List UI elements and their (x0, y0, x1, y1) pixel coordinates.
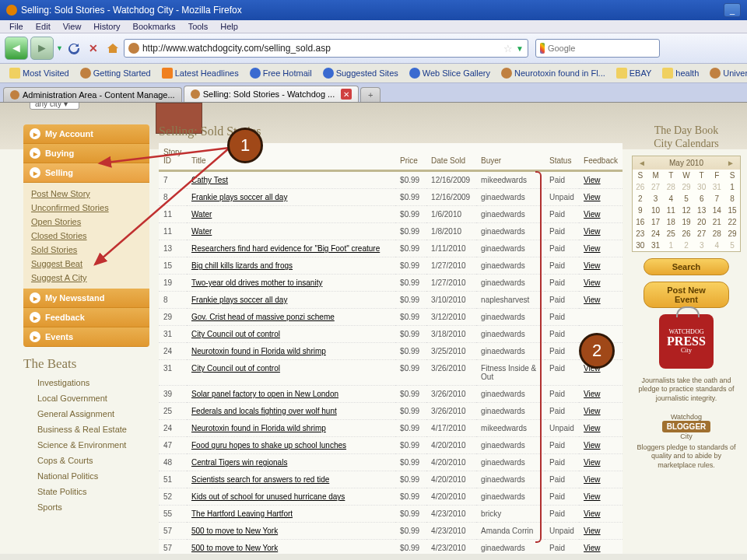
forward-button[interactable]: ► (30, 37, 54, 60)
cal-day[interactable]: 8 (724, 193, 740, 205)
story-link[interactable]: 500 to move to New York (191, 527, 278, 535)
url-dropdown-icon[interactable]: ▼ (516, 44, 524, 53)
cal-day[interactable]: 5 (679, 193, 694, 205)
cal-day[interactable]: 1 (663, 240, 679, 251)
col-price[interactable]: Price (395, 143, 426, 171)
cal-day[interactable]: 14 (710, 205, 725, 216)
beat-link[interactable]: State Politics (23, 484, 149, 499)
view-link[interactable]: View (584, 509, 601, 518)
story-link[interactable]: Scientists search for answers to red tid… (191, 475, 329, 484)
beat-link[interactable]: Sports (23, 499, 149, 515)
cal-day[interactable]: 9 (633, 205, 648, 216)
story-link[interactable]: Neurotoxin found in Florida wild shrimp (191, 424, 326, 432)
story-link[interactable]: Two-year old drives mother to insanity (191, 278, 322, 287)
menu-bookmarks[interactable]: Bookmarks (127, 20, 182, 33)
sidebar-link[interactable]: Suggest A City (31, 271, 142, 285)
sidebar-link[interactable]: Open Stories (31, 215, 142, 229)
story-link[interactable]: Food guru hopes to shake up school lunch… (191, 441, 346, 450)
beat-link[interactable]: Science & Environment (23, 437, 149, 453)
menu-file[interactable]: File (3, 20, 30, 33)
cal-day[interactable]: 18 (663, 216, 679, 228)
cal-day[interactable]: 22 (724, 216, 740, 228)
bookmark-item[interactable]: Free Hotmail (245, 66, 317, 80)
cal-day[interactable]: 7 (710, 193, 725, 205)
story-link[interactable]: Central Tigers win regionals (191, 458, 287, 467)
beat-link[interactable]: General Assignment (23, 406, 149, 422)
sidebar-head-my-account[interactable]: ▸My Account (23, 124, 149, 144)
cal-day[interactable]: 28 (663, 181, 679, 193)
story-link[interactable]: Frankie plays soccer all day (191, 296, 287, 304)
sidebar-link[interactable]: Post New Story (31, 187, 142, 201)
cal-day[interactable]: 12 (679, 205, 694, 216)
story-link[interactable]: The Hartford Leaving Hartfort (191, 509, 293, 518)
sidebar-link[interactable]: Unconfirmed Stories (31, 201, 142, 215)
col-title[interactable]: Title (187, 143, 395, 171)
bookmark-item[interactable]: Latest Headlines (157, 66, 244, 80)
cal-day[interactable]: 15 (724, 205, 740, 216)
cal-day[interactable]: 5 (724, 240, 740, 251)
menu-help[interactable]: Help (214, 20, 244, 33)
sidebar-link[interactable]: Closed Stories (31, 229, 142, 243)
story-link[interactable]: Gov. Crist head of massive ponzi scheme (191, 313, 335, 321)
menu-view[interactable]: View (57, 20, 88, 33)
cal-day[interactable]: 4 (710, 240, 725, 251)
view-link[interactable]: View (584, 475, 601, 484)
story-link[interactable]: Water (191, 210, 212, 219)
cal-day[interactable]: 2 (679, 240, 694, 251)
cal-day[interactable]: 10 (648, 205, 664, 216)
view-link[interactable]: View (584, 441, 601, 450)
view-link[interactable]: View (584, 390, 601, 398)
view-link[interactable]: View (584, 261, 601, 270)
view-link[interactable]: View (584, 296, 601, 304)
cal-day[interactable]: 29 (679, 181, 694, 193)
post-event-button[interactable]: Post New Event (644, 282, 729, 308)
cal-day[interactable]: 26 (679, 228, 694, 240)
cal-next-icon[interactable]: ► (724, 159, 738, 167)
cal-day[interactable]: 4 (663, 193, 679, 205)
cal-day[interactable]: 6 (694, 193, 710, 205)
cal-day[interactable]: 16 (633, 216, 648, 228)
story-link[interactable]: 500 to move to New York (191, 544, 278, 552)
bookmark-item[interactable]: EBAY (612, 66, 657, 80)
cal-day[interactable]: 2 (633, 193, 648, 205)
blogger-badge[interactable]: Watchdog BLOGGER City (632, 413, 741, 440)
cal-day[interactable]: 17 (648, 216, 664, 228)
sidebar-head-newsstand[interactable]: ▸My Newsstand (23, 289, 149, 308)
bookmark-item[interactable]: Neurotoxin found in Fl... (496, 66, 610, 80)
col-status[interactable]: Status (545, 143, 579, 171)
url-bar[interactable]: ☆ ▼ (124, 39, 528, 58)
view-link[interactable]: View (584, 407, 601, 415)
story-link[interactable]: City Council out of control (191, 330, 280, 338)
cal-day[interactable]: 25 (663, 228, 679, 240)
col-date[interactable]: Date Sold (426, 143, 476, 171)
bookmark-item[interactable]: Most Visited (5, 66, 74, 80)
minimize-button[interactable]: _ (724, 3, 741, 17)
view-link[interactable]: View (584, 227, 601, 236)
close-tab-icon[interactable]: ✕ (341, 89, 352, 100)
sidebar-link[interactable]: Suggest Beat (31, 257, 142, 271)
reload-button[interactable] (65, 40, 82, 57)
cal-day[interactable]: 21 (710, 216, 725, 228)
view-link[interactable]: View (584, 424, 601, 432)
cal-day[interactable]: 3 (694, 240, 710, 251)
beat-link[interactable]: Cops & Courts (23, 453, 149, 468)
story-link[interactable]: Federals and locals fighting over wolf h… (191, 407, 337, 415)
menu-history[interactable]: History (87, 20, 126, 33)
col-feedback[interactable]: Feedback (579, 143, 622, 171)
bookmark-item[interactable]: health (658, 66, 703, 80)
view-link[interactable]: View (584, 176, 601, 184)
cal-day[interactable]: 11 (663, 205, 679, 216)
bookmark-star-icon[interactable]: ☆ (503, 43, 513, 54)
cal-day[interactable]: 26 (633, 181, 648, 193)
cal-day[interactable]: 29 (724, 228, 740, 240)
view-link[interactable]: View (584, 210, 601, 219)
city-dropdown[interactable]: any city ▾ (30, 103, 79, 110)
sidebar-link[interactable]: Sold Stories (31, 243, 142, 257)
bookmark-item[interactable]: Suggested Sites (318, 66, 403, 80)
beat-link[interactable]: Investigations (23, 375, 149, 390)
sidebar-head-feedback[interactable]: ▸Feedback (23, 308, 149, 327)
bookmark-item[interactable]: Getting Started (75, 66, 156, 80)
tab-admin[interactable]: Administration Area - Content Manage... (3, 87, 182, 102)
sidebar-head-selling[interactable]: ▸Selling (23, 163, 149, 183)
cal-day[interactable]: 23 (633, 228, 648, 240)
